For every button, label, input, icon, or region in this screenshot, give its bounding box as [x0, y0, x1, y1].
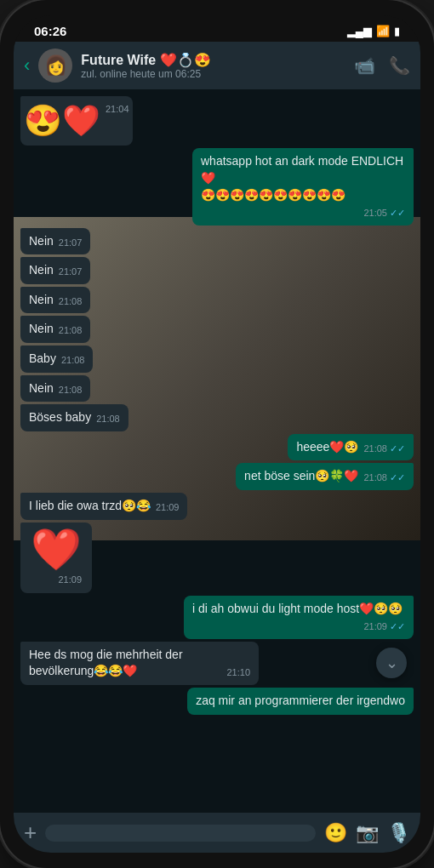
msg-content-m4: Nein [29, 263, 54, 277]
bubble-m6: Nein 21:08 [20, 316, 90, 343]
message-m5: Nein 21:08 [20, 287, 90, 314]
bubble-m1: 😍❤️ 21:04 [20, 96, 133, 146]
message-m15: Hee ds mog die mehrheit der bevölkerung😂… [20, 642, 316, 685]
msg-time-m12: 21:09 [156, 501, 180, 514]
bubble-m8: Nein 21:08 [20, 375, 90, 403]
bubble-m13: ❤️ 21:09 [20, 523, 92, 593]
back-button[interactable]: ‹ [24, 54, 30, 77]
message-m8: Nein 21:08 [20, 375, 90, 403]
bubble-m11: net böse sein🥺🍀❤️ 21:08 ✓✓ [236, 463, 414, 490]
bubble-m9: Böses baby 21:08 [20, 404, 128, 431]
message-m9: Böses baby 21:08 [20, 404, 128, 431]
bubble-m16: zaq mir an programmierer der irgendwo [187, 688, 414, 715]
bubble-m10: heeee❤️🥺 21:08 ✓✓ [288, 434, 414, 461]
message-m16: zaq mir an programmierer der irgendwo [187, 688, 414, 715]
msg-content-m8: Nein [29, 381, 54, 395]
signal-icon: ▂▄▆ [347, 25, 372, 37]
status-time: 06:26 [34, 24, 66, 38]
message-m1: 😍❤️ 21:04 [20, 96, 133, 146]
emoji-icon[interactable]: 🙂 [324, 822, 347, 844]
mic-icon[interactable]: 🎙️ [387, 822, 410, 844]
chat-area: 😍❤️ 21:04 whatsapp hot an dark mode ENDL… [14, 89, 420, 813]
message-m11: net böse sein🥺🍀❤️ 21:08 ✓✓ [236, 463, 414, 490]
message-m12: I lieb die owa trzd🥺😂 21:09 [20, 493, 187, 520]
msg-time-m3: 21:07 [59, 237, 83, 249]
msg-content-m1: 😍❤️ [24, 103, 100, 138]
msg-time-m13: 21:09 [58, 574, 82, 586]
msg-content-m2: whatsapp hot an dark mode ENDLICH❤️😍😍😍😍😍… [201, 153, 405, 203]
bubble-m7: Baby 21:08 [20, 345, 93, 373]
message-m10: heeee❤️🥺 21:08 ✓✓ [288, 434, 414, 461]
msg-time-m8: 21:08 [59, 384, 83, 397]
msg-content-m5: Nein [29, 293, 54, 306]
msg-time-m4: 21:07 [59, 266, 83, 278]
msg-content-m16: zaq mir an programmierer der irgendwo [196, 694, 405, 707]
message-m2: whatsapp hot an dark mode ENDLICH❤️😍😍😍😍😍… [192, 148, 414, 225]
msg-time-m10: 21:08 ✓✓ [363, 443, 405, 455]
m15-container: Hee ds mog die mehrheit der bevölkerung😂… [20, 642, 414, 685]
bubble-m3: Nein 21:07 [20, 228, 90, 255]
message-m3: Nein 21:07 [20, 228, 90, 255]
msg-time-m7: 21:08 [61, 354, 85, 367]
msg-time-m14: 21:09 ✓✓ [363, 620, 405, 633]
contact-status: zul. online heute um 06:25 [81, 68, 345, 80]
phone-screen: 06:26 ▂▄▆ 📶 ▮ ‹ 👩 Future Wife ❤️💍😍 zul. … [14, 15, 420, 853]
chat-messages: 😍❤️ 21:04 whatsapp hot an dark mode ENDL… [20, 96, 414, 715]
bubble-m4: Nein 21:07 [20, 257, 90, 284]
msg-content-m11: net böse sein🥺🍀❤️ [244, 469, 358, 483]
msg-time-m6: 21:08 [59, 324, 83, 337]
wifi-icon: 📶 [376, 25, 390, 37]
msg-time-m11: 21:08 ✓✓ [363, 471, 405, 484]
msg-time-m9: 21:08 [96, 413, 120, 425]
msg-content-m14: i di ah obwui du light mode host❤️🥺🥺 [192, 602, 403, 615]
message-m6: Nein 21:08 [20, 316, 90, 343]
msg-content-m15: Hee ds mog die mehrheit der bevölkerung😂… [29, 648, 183, 678]
avatar: 👩 [38, 49, 72, 83]
bubble-m5: Nein 21:08 [20, 287, 90, 314]
add-icon[interactable]: + [24, 819, 37, 846]
msg-content-m12: I lieb die owa trzd🥺😂 [29, 499, 151, 512]
message-m7: Baby 21:08 [20, 345, 93, 373]
message-m14: i di ah obwui du light mode host❤️🥺🥺 21:… [184, 596, 414, 639]
contact-name: Future Wife ❤️💍😍 [81, 52, 345, 68]
msg-time-m1: 21:04 [106, 103, 129, 116]
message-m4: Nein 21:07 [20, 257, 90, 284]
contact-info: Future Wife ❤️💍😍 zul. online heute um 06… [81, 52, 345, 80]
bubble-m14: i di ah obwui du light mode host❤️🥺🥺 21:… [184, 596, 414, 639]
msg-time-m5: 21:08 [59, 295, 83, 308]
video-call-icon[interactable]: 📹 [354, 55, 375, 76]
header-icons: 📹 📞 [354, 55, 410, 76]
bubble-m12: I lieb die owa trzd🥺😂 21:09 [20, 493, 187, 520]
bubble-m15: Hee ds mog die mehrheit der bevölkerung😂… [20, 642, 259, 685]
battery-icon: ▮ [394, 25, 400, 37]
msg-content-m3: Nein [29, 234, 54, 248]
msg-content-m7: Baby [29, 351, 56, 365]
msg-content-m6: Nein [29, 322, 54, 335]
status-icons: ▂▄▆ 📶 ▮ [347, 25, 400, 37]
msg-content-m13: ❤️ [31, 529, 82, 570]
message-input[interactable] [45, 825, 316, 842]
msg-time-m2: 21:05 ✓✓ [363, 207, 405, 220]
scroll-down-button[interactable]: ⌄ [376, 648, 407, 678]
chat-header[interactable]: ‹ 👩 Future Wife ❤️💍😍 zul. online heute u… [14, 42, 420, 89]
status-bar: 06:26 ▂▄▆ 📶 ▮ [14, 15, 420, 42]
phone-frame: 06:26 ▂▄▆ 📶 ▮ ‹ 👩 Future Wife ❤️💍😍 zul. … [0, 0, 434, 868]
msg-content-m9: Böses baby [29, 410, 91, 424]
camera-icon[interactable]: 📷 [356, 822, 379, 844]
msg-content-m10: heeee❤️🥺 [296, 440, 358, 454]
voice-call-icon[interactable]: 📞 [389, 55, 410, 76]
bubble-m2: whatsapp hot an dark mode ENDLICH❤️😍😍😍😍😍… [192, 148, 414, 225]
message-m13: ❤️ 21:09 [20, 523, 92, 593]
input-bar: + 🙂 📷 🎙️ [14, 813, 420, 853]
msg-time-m15: 21:10 [226, 666, 250, 679]
